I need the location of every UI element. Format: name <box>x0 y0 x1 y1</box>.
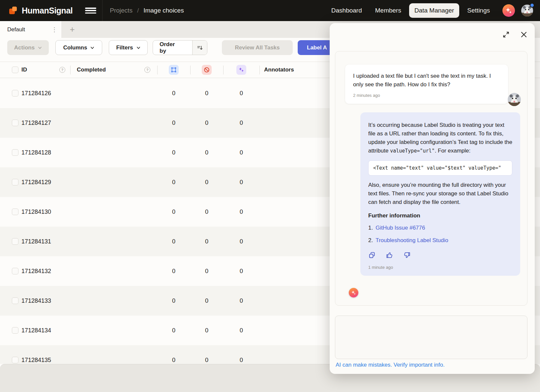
actions-label: Actions <box>14 44 35 51</box>
annotations-count: 0 <box>157 90 190 97</box>
predictions-count: 0 <box>223 357 259 364</box>
ai-message-paragraph-2: Also, ensure you’re mounting the full di… <box>368 181 512 207</box>
sort-direction-button[interactable] <box>192 40 207 55</box>
nav-item-members[interactable]: Members <box>370 3 406 18</box>
user-message-timestamp: 2 minutes ago <box>353 93 500 98</box>
cancelled-count: 0 <box>190 327 223 334</box>
task-id: 171284129 <box>18 179 70 186</box>
ai-chat-panel: I uploaded a text file but I can't see t… <box>330 23 535 374</box>
id-help-icon[interactable]: ? <box>59 67 65 73</box>
cancelled-count: 0 <box>190 149 223 156</box>
copy-icon[interactable] <box>368 251 376 259</box>
nav-item-data-manager[interactable]: Data Manager <box>409 3 459 18</box>
cancelled-count: 0 <box>190 90 223 97</box>
close-panel-icon[interactable] <box>520 31 527 38</box>
cancelled-count: 0 <box>190 120 223 126</box>
ai-assistant-button[interactable] <box>502 4 515 17</box>
predictions-count: 0 <box>223 238 259 245</box>
github-issue-link[interactable]: GitHub Issue #6776 <box>375 224 425 232</box>
hamburger-menu-icon[interactable] <box>85 7 96 14</box>
ai-disclaimer-link[interactable]: AI can make mistakes. Verify important i… <box>336 362 445 368</box>
columns-dropdown[interactable]: Columns <box>55 40 102 55</box>
annotations-count: 0 <box>157 297 190 304</box>
breadcrumb-separator: / <box>137 7 139 14</box>
user-message-text: I uploaded a text file but I can't see t… <box>353 72 500 89</box>
actions-dropdown[interactable]: Actions <box>7 40 49 55</box>
breadcrumb: Projects / Image choices <box>110 7 184 14</box>
avatar-opossum-image <box>507 93 521 106</box>
troubleshooting-link[interactable]: Troubleshooting Label Studio <box>375 236 448 245</box>
thumbs-up-icon[interactable] <box>386 251 393 259</box>
sparkles-icon <box>351 290 356 295</box>
list-number: 1. <box>368 224 373 232</box>
sort-icon <box>197 45 203 51</box>
ai-message-avatar <box>349 288 358 297</box>
row-checkbox[interactable] <box>12 297 18 304</box>
row-checkbox[interactable] <box>12 327 18 334</box>
row-checkbox[interactable] <box>12 149 18 156</box>
filters-dropdown[interactable]: Filters <box>109 40 148 55</box>
breadcrumb-projects[interactable]: Projects <box>110 7 133 14</box>
column-header-id[interactable]: ID <box>21 67 27 73</box>
row-checkbox[interactable] <box>12 268 18 274</box>
annotations-count: 0 <box>157 327 190 334</box>
predictions-column-icon[interactable] <box>236 65 246 75</box>
row-checkbox[interactable] <box>12 120 18 126</box>
select-all-checkbox[interactable] <box>12 67 18 73</box>
row-checkbox[interactable] <box>12 238 18 245</box>
cancelled-count: 0 <box>190 357 223 364</box>
nav-divider <box>102 0 103 21</box>
row-checkbox[interactable] <box>12 90 18 97</box>
cancelled-annotations-column-icon[interactable] <box>202 65 212 75</box>
code-block[interactable]: <Text name="text" value="$text" valueTyp… <box>368 160 512 176</box>
task-id: 171284134 <box>18 327 70 334</box>
brand[interactable]: HumanSignal <box>9 6 73 15</box>
annotations-count: 0 <box>157 357 190 364</box>
sparkles-icon <box>238 67 244 73</box>
reference-links: 1. GitHub Issue #6776 2. Troubleshooting… <box>368 224 512 245</box>
add-tab-button[interactable]: + <box>68 25 77 34</box>
annotations-column-icon[interactable] <box>169 65 179 75</box>
review-all-tasks-button[interactable]: Review All Tasks <box>222 40 293 55</box>
top-nav: HumanSignal Projects / Image choices Das… <box>0 0 540 21</box>
ai-message-timestamp: 1 minute ago <box>368 265 512 270</box>
row-checkbox[interactable] <box>12 357 18 363</box>
cancelled-count: 0 <box>190 297 223 304</box>
row-checkbox[interactable] <box>12 179 18 185</box>
annotations-count: 0 <box>157 149 190 156</box>
predictions-count: 0 <box>223 90 259 97</box>
conversation-container: I uploaded a text file but I can't see t… <box>335 51 527 306</box>
thumbs-down-icon[interactable] <box>403 251 411 259</box>
cancelled-count: 0 <box>190 179 223 186</box>
column-header-completed[interactable]: Completed <box>77 67 106 73</box>
user-message-avatar <box>507 93 521 106</box>
nav-item-settings[interactable]: Settings <box>462 3 495 18</box>
predictions-count: 0 <box>223 120 259 126</box>
task-id: 171284132 <box>18 268 70 275</box>
expand-panel-icon[interactable] <box>502 31 510 39</box>
predictions-count: 0 <box>223 209 259 215</box>
nav-item-dashboard[interactable]: Dashboard <box>326 3 367 18</box>
task-id: 171284135 <box>18 357 70 364</box>
humansignal-logo-icon <box>9 6 18 15</box>
column-header-annotators[interactable]: Annotators <box>264 67 294 73</box>
row-checkbox[interactable] <box>12 209 18 215</box>
chevron-down-icon <box>136 46 140 50</box>
tab-default[interactable]: Default ⋮ <box>0 21 61 38</box>
completed-help-icon[interactable]: ? <box>144 67 150 73</box>
chat-message-input[interactable] <box>335 316 527 359</box>
predictions-count: 0 <box>223 327 259 334</box>
further-information-heading: Further information <box>368 212 512 219</box>
cancelled-count: 0 <box>190 238 223 245</box>
inline-code: valueType="url" <box>390 148 435 154</box>
task-id: 171284130 <box>18 209 70 215</box>
ai-message: It’s occurring because Label Studio is t… <box>360 112 520 276</box>
task-id: 171284131 <box>18 238 70 245</box>
order-by-control[interactable]: Order by <box>153 40 207 55</box>
chevron-down-icon <box>38 46 42 50</box>
columns-label: Columns <box>63 44 87 51</box>
chevron-down-icon <box>90 46 94 50</box>
tab-kebab-menu-icon[interactable]: ⋮ <box>51 29 56 31</box>
user-avatar[interactable] <box>521 4 533 17</box>
notification-badge <box>530 3 534 8</box>
